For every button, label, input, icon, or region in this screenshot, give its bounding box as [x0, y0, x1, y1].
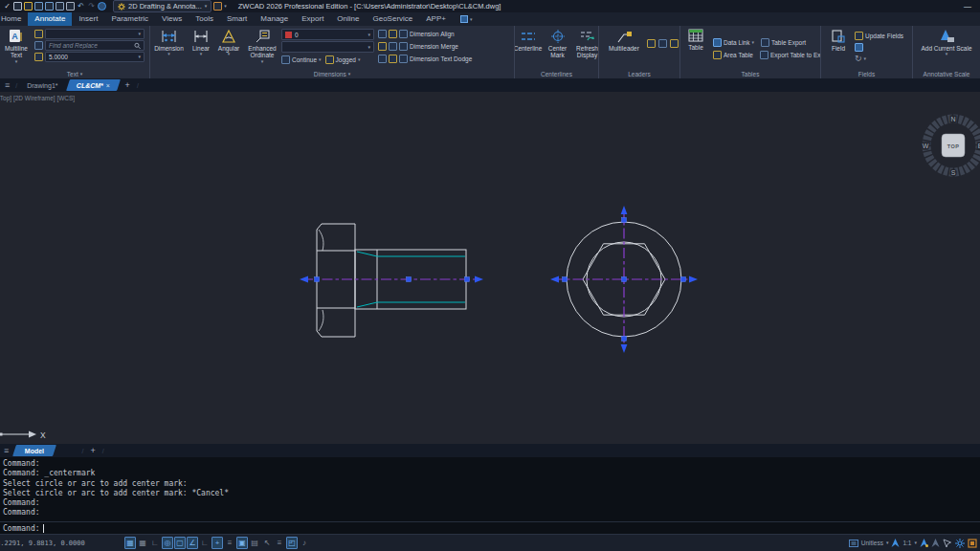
center-mark-arrow-bottom[interactable]	[621, 344, 628, 353]
file-tab-drawing1[interactable]: Drawing1*	[21, 82, 63, 89]
file-tab-clcm-active[interactable]: CL&CM* ×	[66, 79, 121, 91]
dim-reassociate-icon[interactable]	[378, 55, 387, 63]
panel-label-leaders[interactable]: Leaders	[599, 71, 679, 77]
text-style-select[interactable]: ▾	[45, 29, 145, 39]
ribbon-tab-insert[interactable]: Insert	[72, 12, 104, 26]
grip-point[interactable]	[681, 277, 686, 282]
panel-label-dimensions[interactable]: Dimensions▾	[150, 71, 514, 77]
leader-align-icon[interactable]	[670, 39, 679, 48]
text-case-icon[interactable]	[34, 53, 43, 61]
dim-align-icon-2[interactable]	[389, 30, 397, 38]
copy-clipboard-icon[interactable]	[56, 2, 64, 11]
dim-style-select[interactable]: 0 ▾	[281, 29, 374, 40]
annotation-monitor-toggle[interactable]: ≡	[274, 537, 285, 549]
command-line-panel[interactable]: Command:Command: _centermarkSelect circl…	[0, 457, 980, 534]
print-icon[interactable]	[66, 2, 75, 11]
enhanced-ordinate-button[interactable]: Enhanced Ordinate ▾	[243, 28, 281, 65]
ribbon-display-toggle[interactable]: ▾	[460, 15, 473, 23]
ribbon-tab-export[interactable]: Export	[295, 12, 330, 26]
workspace-switcher[interactable]: 2D Drafting & Annota... ▾	[113, 0, 212, 12]
compass-south[interactable]: S	[951, 169, 956, 176]
file-tabs-menu-icon[interactable]: ≡	[3, 80, 11, 90]
grip-point[interactable]	[622, 277, 627, 282]
centerline-arrow-left[interactable]	[300, 276, 308, 283]
dimension-text-dodge-button[interactable]: Dimension Text Dodge	[378, 53, 472, 65]
settings-gear-icon[interactable]	[955, 539, 965, 548]
center-mark-button[interactable]: Center Mark	[545, 28, 571, 60]
hex-head-outline[interactable]	[317, 224, 355, 337]
workspace-switch-toggle[interactable]: ◰	[286, 537, 298, 549]
text-height-select[interactable]: ▾	[45, 52, 145, 62]
annotation-scale-icon[interactable]	[891, 539, 900, 548]
grid-display-toggle[interactable]: ▦	[124, 537, 136, 549]
redo-icon[interactable]: ↷	[87, 2, 96, 11]
model-tab[interactable]: Model	[12, 445, 56, 456]
ortho-mode-toggle[interactable]: ∟	[149, 537, 161, 549]
compass-face-label[interactable]: TOP	[947, 143, 960, 149]
ribbon-tab-manage[interactable]: Manage	[254, 12, 295, 26]
new-file-tab-button[interactable]: +	[122, 80, 133, 90]
grip-point[interactable]	[315, 277, 320, 282]
annotation-visibility-icon[interactable]	[920, 539, 928, 548]
bolt-side-view[interactable]	[317, 224, 466, 337]
text-height-value[interactable]	[49, 54, 138, 60]
save-icon[interactable]	[34, 2, 43, 11]
center-mark[interactable]	[550, 206, 698, 353]
ribbon-tab-annotate[interactable]: Annotate	[28, 12, 72, 26]
annotation-scale-value[interactable]: 1:1	[902, 540, 911, 546]
selection-cursor-icon[interactable]	[943, 539, 952, 548]
dimension-button[interactable]: Dimension ▾	[150, 28, 188, 57]
lineweight-toggle[interactable]: ≡	[224, 537, 235, 549]
panel-label-text[interactable]: Text▾	[0, 71, 149, 77]
workspace-globe-icon[interactable]	[98, 2, 106, 11]
add-current-scale-button[interactable]: Add Current Scale ▾	[918, 28, 975, 57]
panel-label-annotative-scale[interactable]: Annotative Scale	[913, 71, 980, 77]
grip-point[interactable]	[563, 277, 568, 282]
new-file-icon[interactable]	[13, 2, 22, 11]
ribbon-tab-parametric[interactable]: Parametric	[104, 12, 155, 26]
center-mark-arrow-right[interactable]	[689, 276, 698, 283]
save-all-icon[interactable]	[45, 2, 54, 11]
object-snap-toggle[interactable]: ▢	[174, 537, 186, 549]
titlebar-menu-caret-icon[interactable]: ▾	[224, 4, 227, 9]
field-display-toggle[interactable]	[855, 41, 903, 53]
ribbon-tab-views[interactable]: Views	[155, 12, 189, 26]
ribbon-tab-tools[interactable]: Tools	[189, 12, 220, 26]
minimize-button[interactable]: —	[964, 2, 977, 11]
find-replace-box[interactable]	[45, 40, 145, 51]
dim-continue-button[interactable]: Continue ▾	[281, 55, 322, 64]
area-table-button[interactable]: Area Table	[713, 51, 753, 59]
field-eval-button[interactable]: ↻ ▾	[855, 53, 903, 64]
ribbon-tab-app-[interactable]: APP+	[419, 12, 453, 26]
new-layout-button[interactable]: +	[87, 446, 98, 455]
leader-add-icon[interactable]	[647, 39, 656, 48]
multileader-button[interactable]: Multileader	[605, 28, 643, 53]
ribbon-tab-online[interactable]: Online	[330, 12, 366, 26]
quick-properties-toggle[interactable]: ▤	[249, 537, 260, 549]
snap-mode-toggle[interactable]: ▦	[137, 537, 148, 549]
fullscreen-icon[interactable]	[968, 539, 977, 548]
units-icon[interactable]	[849, 539, 858, 548]
text-justify-icon[interactable]	[34, 41, 43, 50]
polar-tracking-toggle[interactable]: ◎	[162, 537, 173, 549]
open-folder-icon[interactable]	[24, 2, 33, 11]
ribbon-tab-smart[interactable]: Smart	[220, 12, 254, 26]
customize-check-icon[interactable]: ✓	[3, 2, 11, 11]
dim-break-icon[interactable]	[378, 42, 387, 51]
search-icon[interactable]	[134, 42, 141, 50]
panel-label-centerlines[interactable]: Centerlines	[515, 71, 598, 77]
text-style-icon[interactable]	[34, 30, 43, 38]
ribbon-tab-home[interactable]: Home	[0, 12, 28, 26]
annotation-autoscale-icon[interactable]	[931, 539, 940, 548]
table-export-button[interactable]: Table Export	[761, 38, 806, 47]
dim-layer-select[interactable]: ▾	[281, 41, 374, 53]
dim-update-icon[interactable]	[389, 55, 397, 63]
dynamic-input-toggle[interactable]: +	[212, 537, 223, 549]
view-compass[interactable]: TOP N W S E	[923, 116, 980, 176]
layout-menu-icon[interactable]: ≡	[2, 446, 11, 455]
undo-icon[interactable]: ↶	[77, 2, 85, 11]
units-value[interactable]: Unitless	[861, 540, 883, 546]
object-snap-tracking-toggle[interactable]: ∠	[187, 537, 198, 549]
grip-point[interactable]	[465, 277, 470, 282]
drawing-viewport[interactable]: [Top] [2D Wireframe] [WCS]	[0, 92, 980, 444]
